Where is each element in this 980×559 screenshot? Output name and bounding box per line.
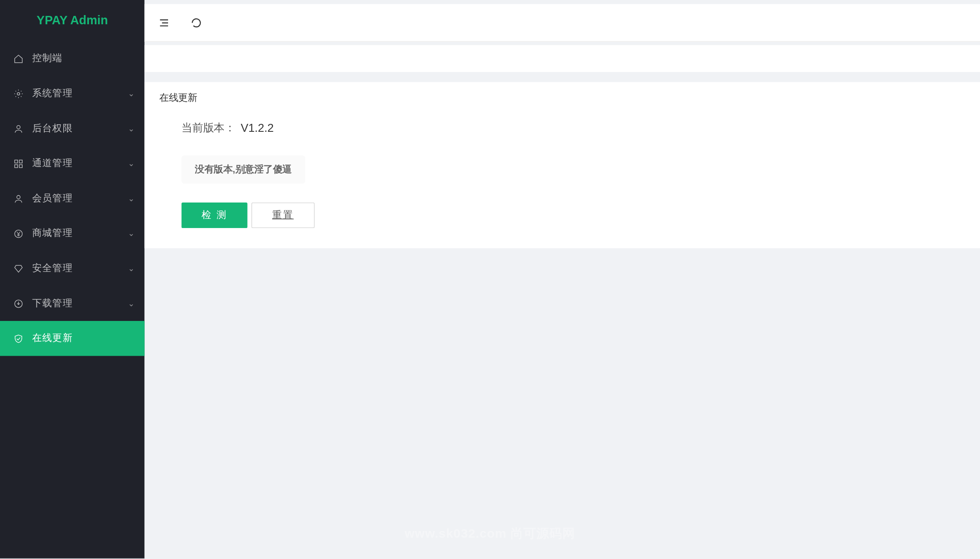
sidebar-item-label: 商城管理 — [32, 228, 128, 240]
sidebar-item-label: 会员管理 — [32, 192, 128, 205]
main-content: 网站前台 检查更新 超级 在线更新 当前版本： V1.2.2 没有版本,别意淫了… — [145, 0, 980, 559]
sidebar-item-label: 下载管理 — [32, 297, 128, 310]
sidebar-item-label: 安全管理 — [32, 262, 128, 274]
update-card: 在线更新 当前版本： V1.2.2 没有版本,别意淫了傻逼 检 测 重置 — [145, 82, 980, 248]
diamond-icon — [12, 262, 24, 274]
sidebar-item-member[interactable]: 会员管理 ⌄ — [0, 181, 145, 216]
sidebar-item-label: 系统管理 — [32, 87, 128, 100]
version-label: 当前版本： — [181, 121, 235, 135]
sidebar-item-update[interactable]: 在线更新 — [0, 321, 145, 356]
sidebar-item-label: 后台权限 — [32, 123, 128, 135]
chevron-down-icon: ⌄ — [128, 264, 135, 273]
shield-icon — [12, 332, 24, 344]
svg-point-1 — [16, 125, 20, 128]
breadcrumb-bar — [145, 45, 980, 72]
chevron-down-icon: ⌄ — [128, 229, 135, 238]
sidebar-item-label: 通道管理 — [32, 157, 128, 169]
card-title: 在线更新 — [145, 82, 980, 114]
detect-button[interactable]: 检 测 — [181, 203, 247, 228]
sidebar-item-console[interactable]: 控制端 — [0, 41, 145, 76]
sidebar-item-label: 控制端 — [32, 52, 134, 64]
sidebar-item-channel[interactable]: 通道管理 ⌄ — [0, 146, 145, 181]
svg-point-6 — [16, 195, 20, 198]
home-icon — [12, 52, 24, 64]
user-icon — [12, 123, 24, 135]
chevron-down-icon: ⌄ — [128, 89, 135, 98]
user-icon — [12, 192, 24, 205]
menu-toggle-icon[interactable] — [158, 16, 170, 28]
chevron-down-icon: ⌄ — [128, 299, 135, 308]
header: 网站前台 检查更新 超级 — [145, 4, 980, 42]
sidebar-item-mall[interactable]: 商城管理 ⌄ — [0, 216, 145, 251]
svg-rect-3 — [19, 160, 22, 163]
sidebar-item-permission[interactable]: 后台权限 ⌄ — [0, 111, 145, 146]
refresh-icon[interactable] — [190, 16, 202, 28]
chevron-down-icon: ⌄ — [128, 194, 135, 203]
gear-icon — [12, 87, 24, 100]
reset-button[interactable]: 重置 — [251, 203, 314, 228]
svg-rect-2 — [14, 160, 17, 163]
grid-icon — [12, 157, 24, 169]
sidebar-item-system[interactable]: 系统管理 ⌄ — [0, 76, 145, 111]
brand-logo[interactable]: YPAY Admin — [0, 0, 145, 41]
svg-rect-5 — [19, 164, 22, 167]
status-message: 没有版本,别意淫了傻逼 — [181, 155, 305, 184]
version-value: V1.2.2 — [241, 121, 274, 135]
sidebar-item-download[interactable]: 下载管理 ⌄ — [0, 286, 145, 321]
chevron-down-icon: ⌄ — [128, 124, 135, 133]
chevron-down-icon: ⌄ — [128, 159, 135, 168]
sidebar: YPAY Admin 控制端 系统管理 ⌄ 后台权限 ⌄ 通道管理 — [0, 0, 145, 559]
sidebar-item-label: 在线更新 — [32, 332, 134, 344]
svg-rect-4 — [14, 164, 17, 167]
sidebar-item-security[interactable]: 安全管理 ⌄ — [0, 251, 145, 286]
svg-point-0 — [17, 92, 19, 95]
download-icon — [12, 297, 24, 310]
yen-icon — [12, 228, 24, 240]
